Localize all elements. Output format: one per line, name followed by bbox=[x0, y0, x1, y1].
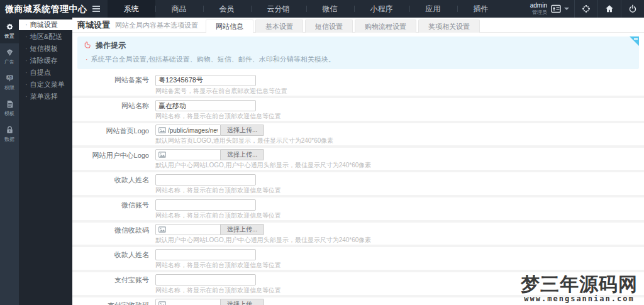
rail-item-label: 广告 bbox=[0, 58, 19, 65]
ad-sign-icon: AD bbox=[0, 74, 19, 83]
upload-path-value: /public/images/newLogo.pn bbox=[168, 127, 218, 134]
notice-box: 操作提示 系统平台全局设置,包括基础设置、购物、短信、邮件、水印和分销等相关模块… bbox=[77, 36, 639, 69]
notice-title: 操作提示 bbox=[96, 40, 126, 51]
content-header: 商城设置 网站全局内容基本选项设置 网站信息基本设置短信设置购物流程设置奖项相关… bbox=[72, 18, 644, 33]
submenu-item[interactable]: 地区&配送 bbox=[19, 31, 72, 42]
rail-item-label: 模板 bbox=[0, 110, 19, 117]
top-menu-item[interactable]: 系统 bbox=[108, 0, 155, 18]
field-input[interactable] bbox=[155, 274, 256, 286]
field-label: 支付宝账号 bbox=[72, 274, 155, 294]
field-help: 默认用户中心网站LOGO,用户中心通用头部显示，最佳显示尺寸为240*60像素 bbox=[155, 236, 371, 244]
upload-button[interactable]: 选择上传... bbox=[221, 224, 264, 235]
form-row: 网站备案号 网站备案号，将显示在前台底部欢迎信息等位置 bbox=[72, 72, 644, 96]
rail-item-label: 设置 bbox=[0, 33, 19, 40]
upload-button[interactable]: 选择上传... bbox=[221, 299, 264, 305]
submenu-item[interactable]: 自提点 bbox=[19, 67, 72, 78]
id-card-icon[interactable] bbox=[551, 4, 561, 13]
upload-path-box[interactable] bbox=[155, 149, 221, 160]
rail-item[interactable]: AD 权限 bbox=[0, 69, 19, 95]
lock-icon bbox=[0, 125, 19, 135]
clear-cache-icon[interactable] bbox=[575, 0, 597, 18]
tab[interactable]: 购物流程设置 bbox=[355, 19, 416, 33]
field-input[interactable] bbox=[155, 199, 256, 211]
app-title: 微商城系统管理中心 bbox=[0, 0, 92, 18]
rail-item-label: 权限 bbox=[0, 84, 19, 91]
top-menu-item[interactable]: 微信 bbox=[306, 0, 354, 18]
image-icon bbox=[158, 127, 166, 133]
tab-bar: 网站信息基本设置短信设置购物流程设置奖项相关设置 bbox=[206, 19, 482, 32]
form-row: 网站首页Logo /public/images/newLogo.pn选择上传..… bbox=[72, 121, 644, 145]
field-help: 网站名称，将显示在前台顶部欢迎信息等位置 bbox=[155, 113, 281, 120]
field-label: 收款人姓名 bbox=[72, 248, 155, 269]
field-label: 支付宝收款码 bbox=[72, 299, 155, 305]
form-row: 微信收款码 选择上传... 默认用户中心网站LOGO,用户中心通用头部显示，最佳… bbox=[72, 220, 644, 245]
field-help: 默认用户中心网站LOGO,用户中心通用头部显示，最佳显示尺寸为240*60像素 bbox=[155, 162, 371, 169]
rail-item[interactable]: 设置 bbox=[0, 18, 19, 43]
field-help: 默认网站首页LOGO,通用头部显示，最佳显示尺寸为240*60像素 bbox=[155, 137, 333, 145]
form-row: 微信账号 网站名称，将显示在前台顶部欢迎信息等位置 bbox=[72, 195, 644, 220]
tab[interactable]: 奖项相关设置 bbox=[418, 19, 480, 33]
tab[interactable]: 短信设置 bbox=[305, 19, 353, 33]
top-menu-item[interactable]: 应用 bbox=[409, 0, 457, 18]
rail-item-label: 数据 bbox=[0, 136, 19, 143]
upload-path-box[interactable] bbox=[155, 224, 221, 235]
watermark: 梦三年源码网 www.mengsannian.com bbox=[521, 274, 638, 304]
top-menu-item[interactable]: 小程序 bbox=[354, 0, 409, 18]
form-row: 收款人姓名 网站名称，将显示在前台顶部欢迎信息等位置 bbox=[72, 170, 644, 195]
topbar: 微商城系统管理中心 系统商品会员云分销微信小程序应用插件 admin 管理员 bbox=[0, 0, 644, 18]
hand-icon bbox=[84, 41, 96, 51]
upload-path-box[interactable] bbox=[155, 299, 221, 305]
home-icon[interactable] bbox=[598, 0, 621, 18]
field-label: 网站用户中心Logo bbox=[72, 149, 155, 169]
user-name: admin bbox=[530, 3, 547, 9]
submenu-item[interactable]: 商城设置 bbox=[19, 19, 72, 30]
main-content: 商城设置 网站全局内容基本选项设置 网站信息基本设置短信设置购物流程设置奖项相关… bbox=[72, 18, 644, 305]
notice-line: 系统平台全局设置,包括基础设置、购物、短信、邮件、水印和分销等相关模块。 bbox=[84, 55, 633, 64]
field-input[interactable] bbox=[155, 174, 256, 186]
submenu-item[interactable]: 清除缓存 bbox=[19, 55, 72, 66]
field-help: 网站名称，将显示在前台顶部欢迎信息等位置 bbox=[155, 187, 281, 194]
upload-path-box[interactable]: /public/images/newLogo.pn bbox=[155, 125, 221, 136]
submenu-item[interactable]: 短信模板 bbox=[19, 43, 72, 54]
field-label: 网站首页Logo bbox=[72, 125, 155, 145]
top-menu-item[interactable]: 插件 bbox=[457, 0, 505, 18]
diamond-icon bbox=[0, 48, 19, 57]
upload-button[interactable]: 选择上传... bbox=[221, 149, 264, 160]
form-row: 网站用户中心Logo 选择上传... 默认用户中心网站LOGO,用户中心通用头部… bbox=[72, 145, 644, 170]
chevron-down-icon[interactable] bbox=[564, 8, 569, 10]
field-label: 网站备案号 bbox=[72, 74, 155, 95]
tab[interactable]: 网站信息 bbox=[206, 19, 253, 33]
tab[interactable]: 基本设置 bbox=[255, 19, 303, 33]
submenu-item[interactable]: 自定义菜单 bbox=[19, 79, 72, 90]
icon-sidebar: 设置 广告 AD 权限 模板 数据 bbox=[0, 18, 19, 305]
page-subtitle: 网站全局内容基本选项设置 bbox=[115, 18, 198, 32]
power-icon[interactable] bbox=[621, 0, 644, 18]
image-icon bbox=[158, 301, 166, 305]
user-menu[interactable]: admin 管理员 bbox=[530, 3, 547, 15]
image-icon bbox=[158, 152, 166, 158]
field-label: 收款人姓名 bbox=[72, 174, 155, 194]
gear-icon bbox=[0, 22, 19, 31]
field-input[interactable] bbox=[155, 100, 256, 111]
field-label: 网站名称 bbox=[72, 99, 155, 121]
field-help: 网站名称，将显示在前台顶部欢迎信息等位置 bbox=[155, 212, 281, 219]
top-menu-item[interactable]: 会员 bbox=[203, 0, 251, 18]
rail-item[interactable]: 数据 bbox=[0, 121, 19, 147]
field-help: 网站名称，将显示在前台顶部欢迎信息等位置 bbox=[155, 287, 281, 294]
submenu-item[interactable]: 菜单选择 bbox=[19, 91, 72, 102]
field-input[interactable] bbox=[155, 75, 256, 86]
user-role: 管理员 bbox=[530, 10, 547, 15]
top-menu-item[interactable]: 云分销 bbox=[251, 0, 306, 18]
collapse-fold-icon[interactable] bbox=[630, 36, 639, 46]
field-input[interactable] bbox=[155, 249, 256, 260]
rail-item[interactable]: 模板 bbox=[0, 95, 19, 121]
page-title: 商城设置 bbox=[77, 18, 110, 32]
field-help: 网站名称，将显示在前台顶部欢迎信息等位置 bbox=[155, 262, 281, 269]
upload-button[interactable]: 选择上传... bbox=[221, 125, 264, 136]
rail-item[interactable]: 广告 bbox=[0, 43, 19, 69]
hamburger-icon[interactable] bbox=[92, 0, 105, 18]
watermark-title: 梦三年源码网 bbox=[521, 274, 638, 294]
settings-form: 网站备案号 网站备案号，将显示在前台底部欢迎信息等位置 网站名称 网站名称，将显… bbox=[72, 72, 644, 305]
top-menu-item[interactable]: 商品 bbox=[155, 0, 203, 18]
image-icon bbox=[158, 226, 166, 233]
